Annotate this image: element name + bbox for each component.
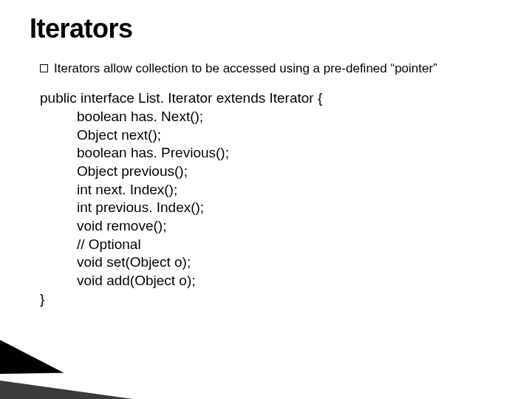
code-line-3: Object next();	[77, 126, 502, 145]
checkbox-icon	[40, 64, 48, 72]
bullet-area: Iterators allow collection to be accesse…	[40, 61, 502, 76]
svg-marker-1	[0, 372, 148, 399]
code-line-9: // Optional	[77, 236, 502, 254]
corner-decoration	[0, 340, 148, 399]
bullet-text: Iterators allow collection to be accesse…	[54, 61, 437, 76]
slide-title: Iterators	[30, 13, 502, 44]
code-line-12: }	[40, 290, 502, 309]
bullet-row: Iterators allow collection to be accesse…	[40, 61, 502, 76]
code-line-10: void set(Object o);	[77, 253, 502, 272]
code-line-11: void add(Object o);	[77, 272, 502, 290]
svg-marker-2	[0, 381, 133, 399]
code-line-6: int next. Index();	[77, 181, 502, 200]
svg-marker-0	[0, 340, 115, 399]
code-line-5: Object previous();	[77, 163, 502, 181]
code-block: public interface List. Iterator extends …	[40, 89, 502, 308]
code-line-1: public interface List. Iterator extends …	[40, 89, 502, 108]
code-line-2: boolean has. Next();	[77, 108, 502, 126]
code-line-4: boolean has. Previous();	[77, 144, 502, 163]
code-line-8: void remove();	[77, 217, 502, 236]
slide-container: Iterators Iterators allow collection to …	[0, 0, 532, 399]
code-line-7: int previous. Index();	[77, 199, 502, 217]
